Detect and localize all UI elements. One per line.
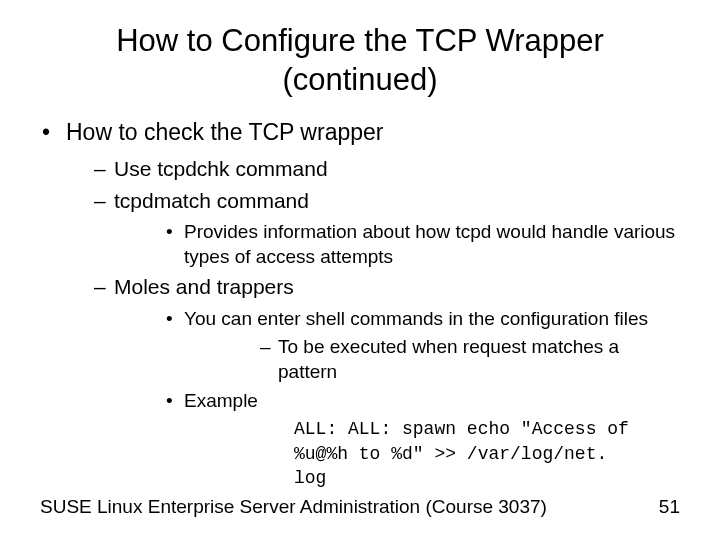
- bullet-level4: To be executed when request matches a pa…: [184, 335, 680, 384]
- slide: How to Configure the TCP Wrapper (contin…: [0, 0, 720, 540]
- bullet-text: tcpdmatch command: [114, 189, 309, 212]
- slide-title: How to Configure the TCP Wrapper (contin…: [0, 0, 720, 100]
- bullet-text: Example: [184, 390, 258, 411]
- slide-footer: SUSE Linux Enterprise Server Administrat…: [40, 496, 680, 518]
- page-number: 51: [659, 496, 680, 518]
- footer-text: SUSE Linux Enterprise Server Administrat…: [40, 496, 547, 518]
- bullet-text: To be executed when request matches a pa…: [278, 336, 619, 382]
- title-line-1: How to Configure the TCP Wrapper: [116, 23, 604, 58]
- code-example: ALL: ALL: spawn echo "Access of %u@%h to…: [184, 417, 680, 490]
- bullet-text: Use tcpdchk command: [114, 157, 328, 180]
- bullet-text: You can enter shell commands in the conf…: [184, 308, 648, 329]
- bullet-level3: Provides information about how tcpd woul…: [114, 220, 680, 269]
- bullet-text: How to check the TCP wrapper: [66, 119, 383, 145]
- bullet-level3: Example ALL: ALL: spawn echo "Access of …: [114, 389, 680, 491]
- bullet-level2: tcpdmatch command Provides information a…: [66, 187, 680, 270]
- bullet-text: Provides information about how tcpd woul…: [184, 221, 675, 267]
- bullet-level2: Moles and trappers You can enter shell c…: [66, 273, 680, 490]
- bullet-level1: How to check the TCP wrapper Use tcpdchk…: [40, 118, 680, 491]
- bullet-level3: You can enter shell commands in the conf…: [114, 307, 680, 385]
- bullet-level2: Use tcpdchk command: [66, 155, 680, 182]
- bullet-text: Moles and trappers: [114, 275, 294, 298]
- title-line-2: (continued): [282, 62, 437, 97]
- slide-content: How to check the TCP wrapper Use tcpdchk…: [0, 100, 720, 491]
